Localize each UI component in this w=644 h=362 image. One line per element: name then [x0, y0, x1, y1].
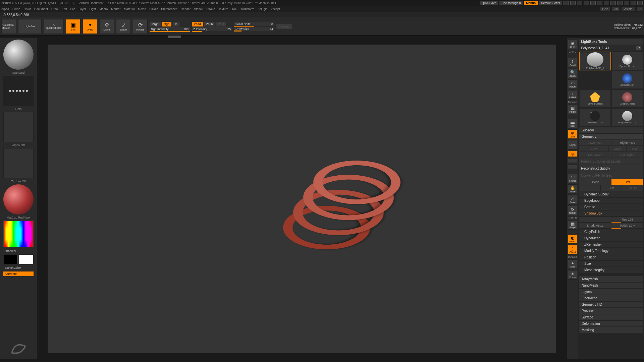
delhigher-button[interactable]: Del Higher	[611, 152, 643, 158]
higherres-button[interactable]: Higher Res	[611, 140, 643, 145]
menu-render[interactable]: Render	[181, 7, 191, 11]
lightbox-header[interactable]: LightBox» Tools	[579, 39, 643, 45]
scale-view-button[interactable]: ⤢Scale	[568, 195, 577, 204]
floor-button[interactable]: ▬Floor	[568, 119, 577, 128]
material-preview[interactable]	[3, 184, 34, 215]
suv-button[interactable]: Suv	[601, 185, 622, 191]
focal-shift-slider[interactable]: Focal Shift 0	[234, 22, 274, 26]
dynamic-button[interactable]: Dynamic	[276, 24, 292, 29]
rgb-intensity-slider[interactable]: Rgb Intensity 100	[150, 27, 190, 31]
layers-section[interactable]: Layers	[579, 289, 643, 295]
brush-preview[interactable]	[3, 40, 34, 70]
reuv-button[interactable]: ReUV	[622, 185, 643, 191]
tool-sphere[interactable]: SphereBrush	[612, 52, 643, 70]
switchcolor-button[interactable]: SwitchColor	[3, 265, 34, 270]
menu-marker[interactable]: Marker	[111, 7, 120, 11]
menu-stroke[interactable]: Stroke	[206, 7, 215, 11]
alpha-preview[interactable]	[3, 112, 34, 142]
subtool-section[interactable]: SubTool	[579, 127, 643, 133]
tool-polymesh-1[interactable]: PolyMesh3D_1	[612, 109, 643, 126]
all-button[interactable]: All	[612, 7, 620, 11]
bpr-button[interactable]: ◉BPR	[568, 40, 577, 49]
maximize-button[interactable]	[631, 1, 636, 5]
viewport[interactable]	[48, 45, 556, 353]
geometry-section[interactable]: Geometry	[579, 134, 643, 139]
draw-size-slider[interactable]: Draw Size 64	[234, 27, 274, 31]
divider-icon[interactable]	[564, 1, 569, 5]
edit-button[interactable]: ▣Edit	[66, 19, 80, 34]
freeze-button[interactable]: Freeze SubDivision Levels	[579, 158, 643, 165]
tool-polymesh[interactable]: ✦PolyMesh3D	[580, 109, 610, 126]
rstr-button[interactable]: Rstr	[627, 146, 643, 152]
move-button[interactable]: ✥Move	[99, 19, 114, 34]
surface-section[interactable]: Surface	[579, 314, 643, 320]
sdiv-slider[interactable]: SDiv	[579, 146, 608, 152]
tool-eraser[interactable]: EraserBrush	[612, 90, 643, 107]
tool-alpha[interactable]: AlphaBrush	[612, 71, 643, 88]
smt-button[interactable]: Smt	[611, 179, 643, 185]
modtopo-section[interactable]: Modify Topology	[579, 248, 643, 254]
divider-icon[interactable]	[584, 1, 589, 5]
dynsub-section[interactable]: Dynamic Subdiv	[579, 191, 643, 197]
home-icon[interactable]	[597, 1, 602, 5]
polish-slider[interactable]: Polish 10 ○	[611, 223, 643, 228]
config-icon[interactable]	[610, 1, 616, 5]
close-button[interactable]	[637, 1, 643, 5]
preview-section[interactable]: Preview	[579, 308, 643, 314]
shadowbox-section[interactable]: ShadowBox	[579, 210, 643, 216]
collapse-icon[interactable]	[617, 1, 623, 5]
tool-name[interactable]: PolyMesh3D_1. 41R	[579, 45, 643, 51]
menu-alpha[interactable]: Alpha	[1, 7, 9, 11]
m-button[interactable]: M	[173, 22, 179, 26]
dynamesh-section[interactable]: DynaMesh	[579, 235, 643, 241]
menu-layer[interactable]: Layer	[78, 7, 86, 11]
defaultscript-button[interactable]: DefaultZScript	[539, 1, 562, 5]
z-button[interactable]	[568, 164, 577, 169]
color-picker[interactable]	[3, 221, 34, 247]
deformation-section[interactable]: Deformation	[579, 321, 643, 326]
ghost-button[interactable]: ◌Ghost	[568, 245, 577, 254]
seethrough-slider[interactable]: See-through 0	[499, 1, 523, 5]
y-button[interactable]	[568, 158, 577, 163]
convert-button[interactable]: Convert BPR To Geo	[579, 172, 643, 179]
xpose-button[interactable]: ✶Xpose	[568, 270, 577, 280]
menu-macro[interactable]: Macro	[99, 7, 108, 11]
scroll-button[interactable]: ⇕Scroll	[568, 58, 577, 67]
rotate-view-button[interactable]: ⟳Rotate	[568, 206, 577, 215]
menu-tool[interactable]: Tool	[232, 7, 237, 11]
menu-color[interactable]: Color	[24, 7, 31, 11]
z-intensity-slider[interactable]: Z Intensity 25	[192, 27, 232, 31]
pin-icon[interactable]	[604, 1, 609, 5]
reconstruct-button[interactable]: Reconstruct Subdiv	[579, 165, 643, 172]
r-toggle[interactable]: R	[636, 46, 641, 50]
actual-button[interactable]: ▭Actual	[568, 79, 577, 89]
draw-button[interactable]: ✦Draw	[83, 19, 97, 34]
geomhd-section[interactable]: Geometry HD	[579, 302, 643, 307]
zcut-button[interactable]: Zcut	[216, 22, 226, 26]
res-slider[interactable]: Res 128	[611, 217, 643, 222]
edgeloop-section[interactable]: EdgeLoop	[579, 198, 643, 203]
zsub-button[interactable]: Zsub	[204, 22, 215, 26]
menu-movie[interactable]: Movie	[138, 7, 146, 11]
menu-picker[interactable]: Picker	[149, 7, 158, 11]
menu-brush[interactable]: Brush	[12, 7, 20, 11]
menu-edit[interactable]: Edit	[62, 7, 67, 11]
polyf-button[interactable]: ▦PolyF	[568, 220, 577, 230]
stroke-preview[interactable]	[3, 76, 34, 106]
mrgb-button[interactable]: Mrgb	[150, 22, 161, 26]
spix-label[interactable]: SPix 3	[569, 50, 576, 53]
tool-simple[interactable]: SimpleBrush	[580, 90, 610, 107]
position-section[interactable]: Position	[579, 254, 643, 260]
transp-button[interactable]: ◐Transp	[568, 234, 577, 244]
zremesher-section[interactable]: ZRemesher	[579, 242, 643, 247]
menu-file[interactable]: File	[70, 7, 75, 11]
menu-zplugin[interactable]: Zplugin	[258, 7, 268, 11]
menu-preferences[interactable]: Preferences	[161, 7, 177, 11]
secondary-color-swatch[interactable]	[4, 255, 18, 264]
alternate-button[interactable]: Alternate	[3, 272, 34, 276]
arraymesh-section[interactable]: ArrayMesh	[579, 276, 643, 282]
minimize-button[interactable]	[624, 1, 629, 5]
menu-transform[interactable]: Transform	[240, 7, 254, 11]
lsym-button[interactable]: LSym	[568, 140, 577, 149]
claypolish-section[interactable]: ClayPolish	[579, 229, 643, 235]
